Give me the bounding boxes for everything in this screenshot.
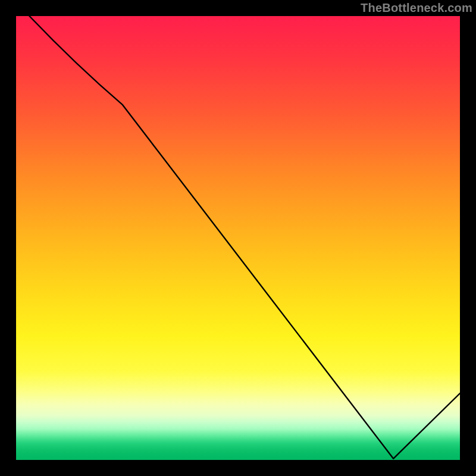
watermark-text: TheBottleneck.com: [361, 1, 472, 15]
chart-frame: TheBottleneck.com: [0, 0, 476, 476]
plot-area: [16, 16, 460, 460]
bottleneck-curve: [16, 16, 460, 460]
curve-line: [29, 16, 460, 459]
